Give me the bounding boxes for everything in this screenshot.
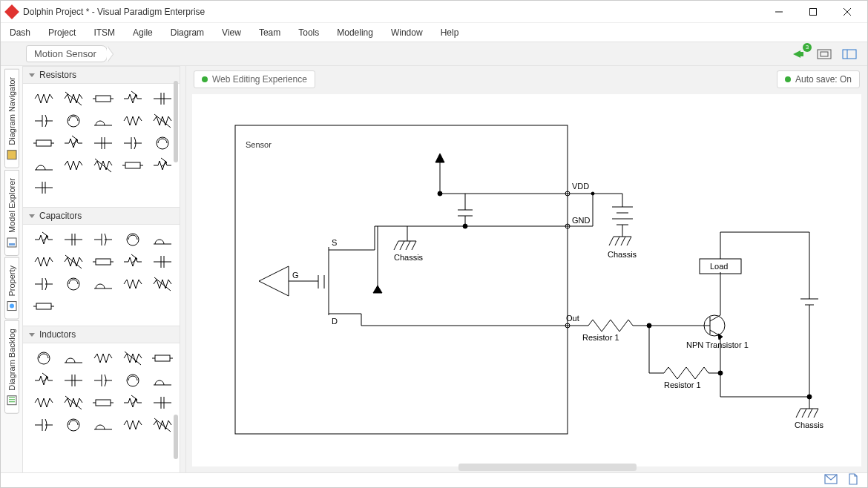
palette-item[interactable] — [119, 416, 146, 434]
palette-item[interactable] — [149, 349, 176, 367]
palette-item[interactable] — [90, 416, 116, 434]
palette-item[interactable] — [90, 231, 116, 248]
menu-project[interactable]: Project — [48, 27, 76, 38]
palette-item[interactable] — [90, 349, 116, 367]
splitter-handle[interactable] — [180, 66, 186, 472]
palette-item[interactable] — [149, 156, 176, 174]
palette-item[interactable] — [119, 134, 146, 152]
nav-icon — [7, 150, 17, 160]
palette-item[interactable] — [30, 112, 57, 130]
mail-icon[interactable] — [824, 474, 838, 487]
menu-diagram[interactable]: Diagram — [171, 27, 204, 38]
palette-item[interactable] — [30, 231, 57, 248]
side-tab-diagram-backlog[interactable]: Diagram Backlog — [4, 320, 19, 414]
palette-item[interactable] — [119, 90, 146, 108]
web-editing-chip[interactable]: Web Editing Experience — [194, 70, 315, 88]
window-close[interactable] — [830, 1, 864, 23]
menu-tools[interactable]: Tools — [298, 27, 319, 38]
palette-scroll-thumb[interactable] — [174, 415, 178, 459]
palette-section-header[interactable]: Inductors — [23, 326, 180, 343]
palette-item[interactable] — [60, 156, 87, 174]
menu-itsm[interactable]: ITSM — [93, 27, 115, 38]
palette-item[interactable] — [30, 372, 57, 389]
menu-window[interactable]: Window — [391, 27, 423, 38]
palette-item[interactable] — [119, 275, 146, 293]
palette-section-header[interactable]: Capacitors — [23, 207, 180, 225]
palette-item[interactable] — [119, 112, 146, 130]
menu-help[interactable]: Help — [441, 27, 459, 38]
menu-dash[interactable]: Dash — [10, 27, 30, 38]
menu-agile[interactable]: Agile — [133, 27, 153, 38]
palette-item[interactable] — [90, 275, 116, 293]
palette-item[interactable] — [60, 253, 87, 271]
menu-view[interactable]: View — [222, 27, 241, 38]
side-tab-model-explorer[interactable]: Model Explorer — [4, 170, 19, 256]
svg-rect-55 — [96, 259, 111, 265]
palette-item[interactable] — [119, 349, 146, 367]
document-icon[interactable] — [848, 473, 858, 487]
svg-line-135 — [615, 237, 619, 245]
palette-item[interactable] — [30, 90, 57, 108]
palette-item[interactable] — [30, 349, 57, 367]
palette-item[interactable] — [149, 112, 176, 130]
panel-toggle-icon[interactable] — [839, 45, 860, 63]
palette-item[interactable] — [60, 372, 87, 389]
menu-modeling[interactable]: Modeling — [337, 27, 373, 38]
palette-item[interactable] — [30, 394, 57, 412]
palette-item[interactable] — [90, 112, 116, 130]
palette-item[interactable] — [30, 156, 57, 174]
svg-rect-5 — [818, 50, 831, 59]
palette-item[interactable] — [60, 134, 87, 152]
fit-window-icon[interactable] — [814, 45, 835, 63]
palette-item[interactable] — [60, 90, 87, 108]
palette-item[interactable] — [90, 156, 116, 174]
side-tab-property[interactable]: Property — [4, 257, 19, 320]
palette-item[interactable] — [149, 275, 176, 293]
palette-item[interactable] — [60, 275, 87, 293]
palette-item[interactable] — [30, 416, 57, 434]
palette-item[interactable] — [119, 394, 146, 412]
palette-item[interactable] — [149, 416, 176, 434]
svg-line-147 — [710, 315, 720, 321]
palette-scroll-thumb[interactable] — [174, 81, 178, 162]
notifications-icon[interactable] — [789, 45, 809, 63]
palette-item[interactable] — [90, 90, 116, 108]
breadcrumb[interactable]: Motion Sensor — [26, 45, 108, 62]
palette-item[interactable] — [149, 253, 176, 271]
menu-team[interactable]: Team — [259, 27, 280, 38]
window-minimize[interactable] — [762, 1, 796, 23]
palette-panel: ResistorsCapacitorsInductors — [23, 66, 180, 472]
palette-item[interactable] — [30, 253, 57, 271]
palette-item[interactable] — [119, 231, 146, 248]
palette-item[interactable] — [60, 349, 87, 367]
side-tab-diagram-navigator[interactable]: Diagram Navigator — [4, 69, 19, 168]
palette-item[interactable] — [149, 134, 176, 152]
palette-item[interactable] — [119, 372, 146, 389]
palette-item[interactable] — [149, 90, 176, 108]
palette-item[interactable] — [149, 394, 176, 412]
palette-item[interactable] — [90, 394, 116, 412]
palette-item[interactable] — [60, 416, 87, 434]
palette-item[interactable] — [30, 179, 57, 197]
palette-item[interactable] — [90, 253, 116, 271]
status-dot-icon — [785, 76, 791, 82]
palette-item[interactable] — [30, 275, 57, 293]
autosave-chip[interactable]: Auto save: On — [777, 70, 860, 88]
palette-item[interactable] — [30, 297, 57, 315]
palette-item[interactable] — [149, 372, 176, 389]
palette-section-header[interactable]: Resistors — [23, 66, 180, 84]
palette-item[interactable] — [119, 253, 146, 271]
palette-item[interactable] — [60, 112, 87, 130]
horizontal-scrollbar[interactable] — [458, 464, 637, 471]
palette-item[interactable] — [60, 231, 87, 248]
diagram-canvas[interactable]: Sensor G S D — [192, 94, 861, 466]
palette-item[interactable] — [90, 134, 116, 152]
window-maximize[interactable] — [796, 1, 830, 23]
palette-item[interactable] — [119, 156, 146, 174]
palette-item[interactable] — [60, 394, 87, 412]
palette-item[interactable] — [90, 372, 116, 389]
side-tab-label: Model Explorer — [7, 178, 16, 233]
palette-item[interactable] — [149, 231, 176, 248]
palette-item[interactable] — [30, 134, 57, 152]
svg-rect-97 — [235, 125, 568, 434]
